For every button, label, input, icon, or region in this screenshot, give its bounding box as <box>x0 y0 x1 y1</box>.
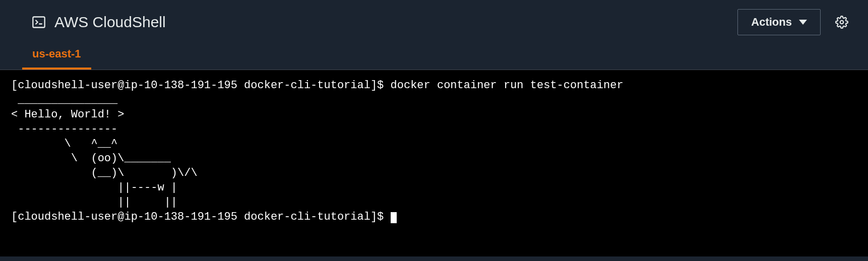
prompt-1-prefix: [cloudshell-user@ip-10-138-191-195 docke… <box>11 79 391 92</box>
prompt-2-prefix: [cloudshell-user@ip-10-138-191-195 docke… <box>11 211 391 223</box>
terminal-output[interactable]: [cloudshell-user@ip-10-138-191-195 docke… <box>0 70 868 256</box>
cloudshell-icon <box>31 15 46 30</box>
svg-point-2 <box>840 21 844 24</box>
title-group: AWS CloudShell <box>31 14 166 31</box>
header-actions: Actions <box>737 9 849 35</box>
region-tabs: us-east-1 <box>0 41 868 70</box>
page-title: AWS CloudShell <box>54 14 166 31</box>
actions-button-label: Actions <box>751 16 792 29</box>
command-output: _______________ < Hello, World! > ------… <box>11 94 198 209</box>
command-1: docker container run test-container <box>391 79 624 92</box>
prompt-line-1: [cloudshell-user@ip-10-138-191-195 docke… <box>11 79 624 92</box>
gear-icon[interactable] <box>835 15 849 29</box>
terminal-cursor <box>391 212 397 223</box>
actions-button[interactable]: Actions <box>737 9 821 35</box>
svg-rect-0 <box>33 17 44 28</box>
caret-down-icon <box>799 20 807 25</box>
tab-region[interactable]: us-east-1 <box>22 41 91 70</box>
prompt-line-2: [cloudshell-user@ip-10-138-191-195 docke… <box>11 211 397 223</box>
header-bar: AWS CloudShell Actions <box>0 0 868 41</box>
